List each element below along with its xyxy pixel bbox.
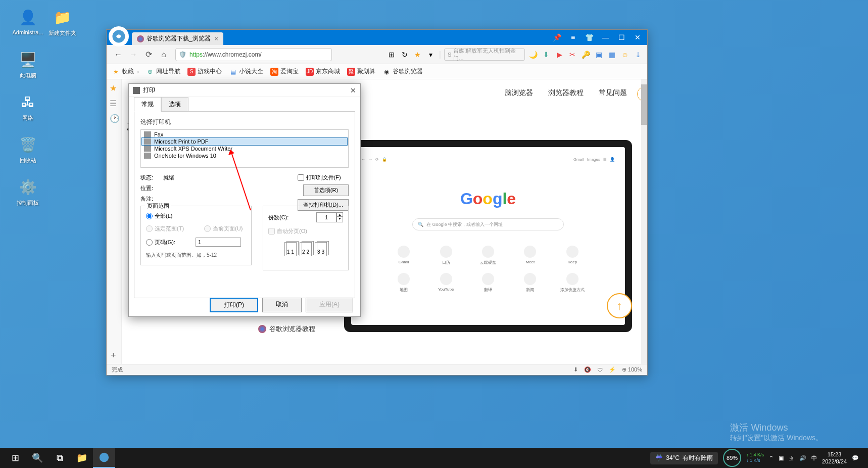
print-button[interactable]: 打印(P) xyxy=(210,298,258,312)
toolbar-search-input[interactable]: S 台媒:解放军无人机拍到金门... xyxy=(444,49,525,61)
download-status-icon[interactable]: ⬇ xyxy=(573,366,578,373)
printer-fax[interactable]: Fax xyxy=(142,131,347,138)
url-path: ://www.chromezj.com/ xyxy=(203,51,262,58)
clock[interactable]: 15:23 2022/8/24 xyxy=(822,451,847,465)
printer-list[interactable]: Fax Microsoft Print to PDF Microsoft XPS… xyxy=(140,129,349,168)
tab-close-icon[interactable]: × xyxy=(215,35,218,42)
bookmark-ju[interactable]: 聚聚划算 xyxy=(347,67,375,76)
scissors-icon[interactable]: ✂ xyxy=(567,50,577,60)
add-tab-button[interactable]: + xyxy=(111,350,116,361)
refresh-icon[interactable]: ↻ xyxy=(400,50,410,60)
battery-indicator[interactable]: 89% xyxy=(723,449,741,467)
bookmark-novel[interactable]: ▤小说大全 xyxy=(229,67,263,76)
sidebar-list-icon[interactable]: ☰ xyxy=(110,99,119,108)
cancel-button[interactable]: 取消 xyxy=(262,298,302,312)
ime-lang[interactable]: ㄓ xyxy=(789,454,794,462)
start-button[interactable]: ⊞ xyxy=(4,448,26,468)
key-icon[interactable]: 🔑 xyxy=(581,50,591,60)
tray-expand-icon[interactable]: ⌃ xyxy=(769,455,774,461)
copies-input[interactable] xyxy=(316,212,336,222)
window-menu-icon[interactable]: ≡ xyxy=(565,31,581,43)
tutorial-link[interactable]: 谷歌浏览器教程 xyxy=(258,324,315,334)
nav-faq[interactable]: 常见问题 xyxy=(599,88,627,98)
weather-widget[interactable]: ☔ 34°C 有时有阵雨 xyxy=(650,452,718,464)
sidebar-star-icon[interactable]: ★ xyxy=(110,83,119,92)
radio-pages[interactable]: 页码(G): xyxy=(146,239,175,246)
desktop-icon-control[interactable]: ⚙️ 控制面板 xyxy=(10,177,45,207)
desktop-icon-pc[interactable]: 🖥️ 此电脑 xyxy=(10,50,45,79)
desktop-icon-folder[interactable]: 📁 新建文件夹 xyxy=(44,7,80,37)
dropdown-icon[interactable]: ▾ xyxy=(426,50,436,60)
task-view-button[interactable]: ⧉ xyxy=(49,448,71,468)
window-minimize-icon[interactable]: ― xyxy=(598,31,613,43)
svg-point-3 xyxy=(100,453,109,462)
bookmark-nav[interactable]: ⊕网址导航 xyxy=(146,67,180,76)
scroll-top-button[interactable]: ↑ xyxy=(607,293,632,318)
spin-down[interactable]: ▼ xyxy=(337,217,343,220)
download-icon[interactable]: ⬇ xyxy=(541,50,551,60)
google-logo: Google xyxy=(458,190,518,208)
bookmark-favorites[interactable]: ★ 收藏 › xyxy=(112,67,139,76)
reload-button[interactable]: ⟳ xyxy=(142,48,155,61)
notifications-icon[interactable]: 💬 xyxy=(852,455,859,461)
bookmark-chrome[interactable]: ◉谷歌浏览器 xyxy=(382,67,423,76)
window-close-icon[interactable]: ✕ xyxy=(630,31,645,43)
search-button[interactable]: 🔍 xyxy=(26,448,49,468)
tab-general[interactable]: 常规 xyxy=(134,97,161,112)
desktop-icon-admin[interactable]: 👤 Administra... xyxy=(10,7,45,35)
bookmark-taobao[interactable]: 淘爱淘宝 xyxy=(270,67,299,76)
browser-tab[interactable]: 谷歌浏览器下载_浏览器 × xyxy=(132,32,223,45)
desktop-icon-network[interactable]: 🖧 网络 xyxy=(10,92,45,122)
nav-browser[interactable]: 脑浏览器 xyxy=(505,88,533,98)
radio-all[interactable]: 全部(L) xyxy=(146,212,172,220)
dialog-close-button[interactable]: ✕ xyxy=(350,86,356,95)
window-skin-icon[interactable]: 👕 xyxy=(582,31,597,43)
sogou-taskbar-button[interactable] xyxy=(93,448,115,468)
preferences-button[interactable]: 首选项(R) xyxy=(303,184,349,196)
zoom-indicator[interactable]: ⊕ 100% xyxy=(622,366,642,373)
browser-statusbar: 完成 ⬇ 🔇 🛡 ⚡ ⊕ 100% xyxy=(107,364,647,375)
ime-icon[interactable]: ▣ xyxy=(779,455,784,461)
bookmarks-bar: ★ 收藏 › ⊕网址导航 S游戏中心 ▤小说大全 淘爱淘宝 JD京东商城 聚聚划… xyxy=(107,64,647,79)
video-icon[interactable]: ▶ xyxy=(554,50,564,60)
star-icon[interactable]: ★ xyxy=(413,50,423,60)
spin-up[interactable]: ▲ xyxy=(337,213,343,217)
home-button[interactable]: ⌂ xyxy=(157,48,170,61)
scrollbar[interactable] xyxy=(641,79,647,364)
ime-mode[interactable]: 中 xyxy=(811,454,817,462)
printer-xps[interactable]: Microsoft XPS Document Writer xyxy=(142,145,347,152)
window-pin-icon[interactable]: 📌 xyxy=(549,31,564,43)
tool2-icon[interactable]: ▦ xyxy=(607,50,617,60)
forward-button[interactable]: → xyxy=(127,48,140,61)
desktop-icon-recycle[interactable]: 🗑️ 回收站 xyxy=(10,134,45,164)
bookmark-game[interactable]: S游戏中心 xyxy=(187,67,222,76)
game-icon: S xyxy=(187,68,196,76)
star-icon: ★ xyxy=(112,68,120,76)
print-to-file-checkbox[interactable]: 打印到文件(F) xyxy=(298,174,349,181)
window-maximize-icon[interactable]: ☐ xyxy=(614,31,629,43)
tab-options[interactable]: 选项 xyxy=(161,97,188,112)
state-label: 状态: xyxy=(140,174,153,181)
shield-status-icon[interactable]: 🛡 xyxy=(597,367,603,373)
nav-tutorial[interactable]: 浏览器教程 xyxy=(548,88,584,98)
smile-icon[interactable]: ☺ xyxy=(620,50,630,60)
printer-pdf[interactable]: Microsoft Print to PDF xyxy=(142,138,347,145)
volume-icon[interactable]: 🔊 xyxy=(799,455,806,461)
weather-icon[interactable]: 🌙 xyxy=(528,50,538,60)
collate-diagram: 1 1 2 2 3 3 xyxy=(268,242,343,256)
network-speed[interactable]: ↑ 1.4 K/s ↓ 1 K/s xyxy=(746,452,764,463)
qr-icon[interactable]: ⊞ xyxy=(387,50,397,60)
compat-icon[interactable]: ⚡ xyxy=(609,366,616,373)
sidebar-clock-icon[interactable]: 🕐 xyxy=(110,114,119,123)
tool1-icon[interactable]: ▣ xyxy=(594,50,604,60)
download2-icon[interactable]: ⤓ xyxy=(633,50,643,60)
back-button[interactable]: ← xyxy=(112,48,125,61)
address-bar[interactable]: 🛡️ https ://www.chromezj.com/ xyxy=(175,48,332,61)
page-number-input[interactable] xyxy=(196,238,241,247)
printer-onenote[interactable]: OneNote for Windows 10 xyxy=(142,152,347,159)
radio-current[interactable]: 当前页面(U) xyxy=(204,225,243,232)
bookmark-jd[interactable]: JD京东商城 xyxy=(306,67,340,76)
radio-selection[interactable]: 选定范围(T) xyxy=(146,225,184,232)
explorer-button[interactable]: 📁 xyxy=(71,448,93,468)
mute-icon[interactable]: 🔇 xyxy=(584,366,591,373)
